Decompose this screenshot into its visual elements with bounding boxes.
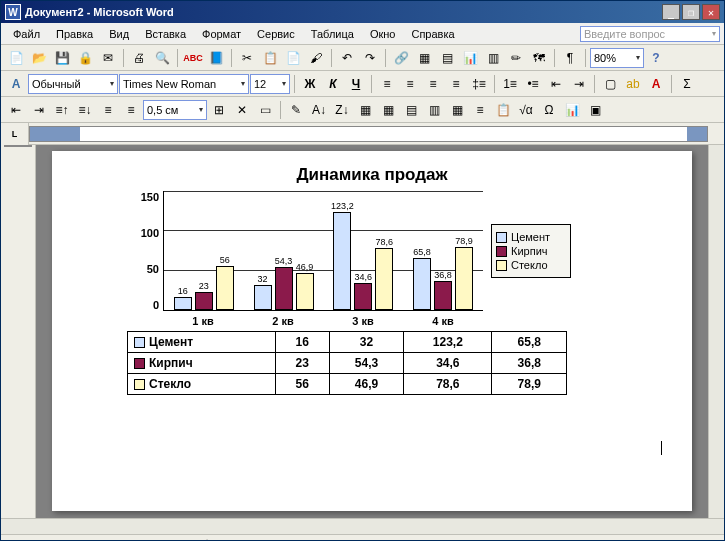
show-marks-button[interactable]: ¶ [559,47,581,69]
table-draw-button[interactable]: ✎ [285,99,307,121]
line-style-button[interactable]: ≡ [487,536,509,541]
paste-special-button[interactable]: 📋 [492,99,514,121]
autotext-button[interactable]: ≡ [469,99,491,121]
snap-button[interactable]: ✕ [231,99,253,121]
chart-object[interactable]: Динамика продаж 150 100 50 0 1623563254,… [127,165,617,395]
paste-button[interactable]: 📄 [282,47,304,69]
email-button[interactable]: ✉ [97,47,119,69]
menu-file[interactable]: Файл [5,26,48,42]
fontsize-combo[interactable]: 12▾ [250,74,290,94]
table-btn2[interactable]: ▦ [377,99,399,121]
menu-edit[interactable]: Правка [48,26,101,42]
docmap-button[interactable]: 🗺 [528,47,550,69]
maximize-button[interactable]: ❐ [682,4,700,20]
tables-borders-button[interactable]: ▦ [413,47,435,69]
menu-tools[interactable]: Сервис [249,26,303,42]
vertical-ruler[interactable] [4,145,32,147]
align-center-button[interactable]: ≡ [399,73,421,95]
numbered-list-button[interactable]: 1≡ [499,73,521,95]
sort-asc-button[interactable]: A↓ [308,99,330,121]
dash-style-button[interactable]: ┅ [511,536,533,541]
equation-button[interactable]: √α [515,99,537,121]
horizontal-scrollbar[interactable] [1,518,724,534]
permissions-button[interactable]: 🔒 [74,47,96,69]
menu-insert[interactable]: Вставка [137,26,194,42]
increase-indent-button[interactable]: ⇥ [568,73,590,95]
select-objects-button[interactable]: ↖ [87,536,109,541]
undo-button[interactable]: ↶ [336,47,358,69]
document-area[interactable]: Динамика продаж 150 100 50 0 1623563254,… [36,145,708,518]
indent-combo[interactable]: 0,5 см▾ [143,100,207,120]
fill-color-button[interactable]: 🪣 [415,536,437,541]
redo-button[interactable]: ↷ [359,47,381,69]
hyperlink-button[interactable]: 🔗 [390,47,412,69]
oval-button[interactable]: ○ [271,536,293,541]
line-before-button[interactable]: ≡ [97,99,119,121]
bulleted-list-button[interactable]: •≡ [522,73,544,95]
picture-button[interactable]: 🖼 [391,536,413,541]
frame-button[interactable]: ▭ [254,99,276,121]
highlight-button[interactable]: ab [622,73,644,95]
table-btn3[interactable]: ▤ [400,99,422,121]
decrease-indent-button[interactable]: ⇤ [545,73,567,95]
font-color-draw-button[interactable]: A [463,536,485,541]
3d-button[interactable]: ◧ [583,536,605,541]
sort-desc-button[interactable]: Z↓ [331,99,353,121]
font-combo[interactable]: Times New Roman▾ [119,74,249,94]
line-button[interactable]: ╲ [199,536,221,541]
bold-button[interactable]: Ж [299,73,321,95]
line-after-button[interactable]: ≡ [120,99,142,121]
cut-button[interactable]: ✂ [236,47,258,69]
diagram-button[interactable]: ◉ [343,536,365,541]
para-before-button[interactable]: ≡↑ [51,99,73,121]
open-button[interactable]: 📂 [28,47,50,69]
italic-button[interactable]: К [322,73,344,95]
drawing-toolbar-button[interactable]: ✏ [505,47,527,69]
justify-button[interactable]: ≡ [445,73,467,95]
table-btn5[interactable]: ▦ [446,99,468,121]
indent-inc-button[interactable]: ⇥ [28,99,50,121]
format-painter-button[interactable]: 🖌 [305,47,327,69]
new-doc-button[interactable]: 📄 [5,47,27,69]
object-button[interactable]: ▣ [584,99,606,121]
table-btn4[interactable]: ▥ [423,99,445,121]
menu-window[interactable]: Окно [362,26,404,42]
close-button[interactable]: ✕ [702,4,720,20]
arrow-style-button[interactable]: ⇄ [535,536,557,541]
align-left-button[interactable]: ≡ [376,73,398,95]
insert-excel-button[interactable]: 📊 [459,47,481,69]
menu-help[interactable]: Справка [403,26,462,42]
vertical-scrollbar[interactable] [708,145,724,518]
print-preview-button[interactable]: 🔍 [151,47,173,69]
menu-view[interactable]: Вид [101,26,137,42]
style-combo[interactable]: Обычный▾ [28,74,118,94]
help-button[interactable]: ? [645,47,667,69]
textbox-button[interactable]: ▣ [295,536,317,541]
zoom-combo[interactable]: 80%▾ [590,48,644,68]
columns-button[interactable]: ▥ [482,47,504,69]
sum-button[interactable]: Σ [676,73,698,95]
grid-button[interactable]: ⊞ [208,99,230,121]
ruler-corner[interactable]: L [1,123,29,145]
horizontal-ruler[interactable] [29,126,708,142]
clipart-button[interactable]: 🖼 [367,536,389,541]
indent-dec-button[interactable]: ⇤ [5,99,27,121]
insert-table-button[interactable]: ▤ [436,47,458,69]
table-btn1[interactable]: ▦ [354,99,376,121]
draw-menu[interactable]: Рисование ▾ [7,538,85,542]
spellcheck-button[interactable]: ABC [182,47,204,69]
print-button[interactable]: 🖨 [128,47,150,69]
menu-table[interactable]: Таблица [303,26,362,42]
menu-format[interactable]: Формат [194,26,249,42]
copy-button[interactable]: 📋 [259,47,281,69]
para-after-button[interactable]: ≡↓ [74,99,96,121]
symbol-button[interactable]: Ω [538,99,560,121]
line-color-button[interactable]: 🖊 [439,536,461,541]
rectangle-button[interactable]: ▭ [247,536,269,541]
help-search-input[interactable]: Введите вопрос▾ [580,26,720,42]
borders-button[interactable]: ▢ [599,73,621,95]
chart-button[interactable]: 📊 [561,99,583,121]
wordart-button[interactable]: A [319,536,341,541]
minimize-button[interactable]: _ [662,4,680,20]
arrow-button[interactable]: ↘ [223,536,245,541]
